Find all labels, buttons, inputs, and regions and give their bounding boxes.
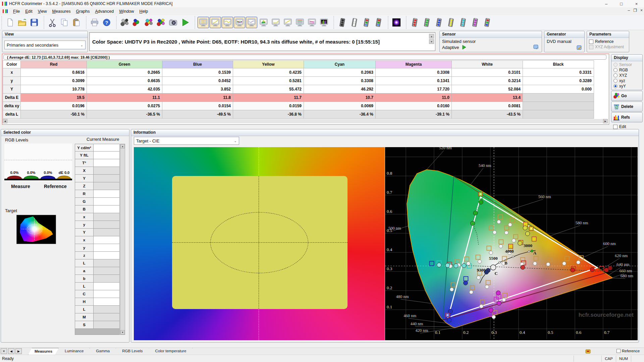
run-measure-icon[interactable] [179, 17, 191, 28]
tab-rgb-levels[interactable]: RGB Levels [116, 348, 149, 354]
film-green-icon[interactable] [421, 17, 432, 28]
view-gamma2-icon[interactable] [282, 17, 293, 28]
sensor-config-icon[interactable] [533, 45, 539, 50]
view-saturation-icon[interactable] [306, 17, 318, 28]
film-dark-icon[interactable] [336, 17, 348, 28]
tab-prev-icon[interactable]: ◀ [8, 348, 14, 354]
view-dropdown[interactable]: Primaries and secondaries⌄ [4, 41, 86, 49]
mdi-window-controls[interactable]: –❐× [628, 8, 643, 13]
delete-button-label: Delete [621, 104, 633, 109]
column-header-green: Green [87, 60, 162, 68]
view-luminance-icon[interactable] [210, 17, 221, 28]
radio-xyy[interactable] [613, 84, 618, 88]
menu-measures[interactable]: Measures [50, 8, 73, 15]
open-folder-icon[interactable] [16, 17, 28, 28]
parameters-panel-title: Parameters [587, 31, 629, 38]
tab-color-temperature[interactable]: Color temperature [149, 348, 193, 354]
paste-icon[interactable] [71, 17, 82, 28]
view-rgb-levels-icon[interactable] [234, 17, 245, 28]
film-cyan-icon[interactable] [457, 17, 469, 28]
parameters-panel: Parameters Reference XYZ Adjustment [587, 31, 629, 52]
current-measure-row-value [94, 144, 120, 152]
film-yellow-icon[interactable] [445, 17, 457, 28]
bottom-reference-checkbox[interactable] [616, 349, 621, 353]
copy-icon[interactable] [59, 17, 70, 28]
radio-xyz-lower[interactable] [613, 79, 618, 83]
tab-luminance[interactable]: Luminance [59, 348, 90, 354]
measure-cell: 0.3289 [523, 77, 594, 85]
film-blue-icon[interactable] [433, 17, 444, 28]
measure-all-colors-icon[interactable] [155, 17, 167, 28]
film-red-icon[interactable] [409, 17, 420, 28]
information-dropdown[interactable]: Target - CIE⌄ [134, 137, 239, 145]
view-measures-grid-icon[interactable] [198, 17, 209, 28]
menu-file[interactable]: File [10, 8, 22, 15]
measure-label: Measure [11, 184, 30, 189]
measure-cell: 10.7 [304, 94, 376, 102]
svg-text:580 nm: 580 nm [576, 221, 588, 225]
save-icon[interactable] [29, 17, 40, 28]
generator-config-icon[interactable] [577, 45, 583, 51]
cut-icon[interactable] [47, 17, 58, 28]
print-icon[interactable] [89, 17, 100, 28]
sensor-run-icon[interactable] [462, 45, 467, 50]
info-scroll-up[interactable]: ▲ [429, 34, 434, 39]
xyz-adjustment-checkbox[interactable] [589, 45, 593, 49]
tab-next-icon[interactable]: ▶ [15, 348, 22, 354]
tab-close-icon[interactable]: ✕ [1, 348, 7, 354]
film-measure-rgb-icon[interactable] [373, 17, 384, 28]
menu-window[interactable]: Window [116, 8, 137, 15]
scroll-down-icon[interactable]: ▼ [120, 330, 125, 335]
delete-button[interactable]: Delete [611, 102, 643, 112]
measure-primaries-icon[interactable] [131, 17, 143, 28]
minimize-button[interactable]: – [599, 0, 614, 7]
current-measure-scrollbar[interactable]: ▲ ▼ [120, 144, 125, 335]
menu-advanced[interactable]: Advanced [93, 8, 117, 15]
scroll-right-icon[interactable]: ▶ [603, 119, 608, 123]
help-icon[interactable]: ? [101, 17, 112, 28]
new-document-icon[interactable] [4, 17, 16, 28]
view-multi-curves-icon[interactable] [294, 17, 306, 28]
refs-bars-icon [613, 114, 620, 121]
film-light-icon[interactable] [348, 17, 360, 28]
info-scroll-down[interactable]: ▼ [429, 39, 434, 44]
svg-text:680 nm: 680 nm [621, 274, 633, 278]
radio-xyz-upper[interactable] [613, 73, 618, 77]
plasma-icon[interactable] [391, 17, 402, 28]
measure-secondaries-icon[interactable] [143, 17, 155, 28]
radio-sensor[interactable] [613, 63, 618, 67]
edit-checkbox[interactable] [613, 125, 618, 129]
current-measure-row-label: b [75, 275, 94, 283]
refs-button[interactable]: Refs [611, 112, 643, 122]
menu-view[interactable]: View [35, 8, 50, 15]
menu-edit[interactable]: Edit [22, 8, 35, 15]
measure-grayscale-icon[interactable] [119, 17, 130, 28]
view-gamma-icon[interactable] [222, 17, 233, 28]
generator-status-icon [585, 349, 591, 354]
reference-checkbox[interactable] [589, 40, 593, 44]
tab-gamma[interactable]: Gamma [90, 348, 116, 354]
tab-measures[interactable]: Measures [28, 348, 59, 355]
maximize-button[interactable]: □ [614, 0, 629, 7]
measure-cell: -36.8 % [233, 110, 304, 119]
go-button[interactable]: Go [611, 91, 643, 101]
title-bar: HCFR Colorimeter - 3.5.4.2 - [SAMSUNG 65… [0, 0, 644, 8]
film-measure-rg-icon[interactable] [361, 17, 372, 28]
measures-hscrollbar[interactable]: ◀ ▶ [3, 119, 608, 123]
view-luminance-log-icon[interactable] [270, 17, 281, 28]
film-rgb-icon[interactable] [481, 17, 493, 28]
measure-cell: 11.1 [87, 94, 162, 102]
scroll-left-icon[interactable]: ◀ [3, 119, 7, 123]
view-histogram-icon[interactable] [318, 17, 330, 28]
scroll-up-icon[interactable]: ▲ [120, 144, 125, 148]
radio-rgb[interactable] [613, 68, 618, 72]
view-color-temperature-icon[interactable] [246, 17, 257, 28]
menu-help[interactable]: Help [137, 8, 151, 15]
view-cie-diagram-icon[interactable] [258, 17, 269, 28]
average-de-line: ( Average dE: 12.73 [11.40,3.72,2.69] ma… [3, 55, 606, 60]
close-button[interactable]: × [629, 0, 644, 7]
snapshot-camera-icon[interactable] [167, 17, 179, 28]
svg-text:0.1: 0.1 [387, 304, 392, 309]
menu-graphs[interactable]: Graphs [73, 8, 93, 15]
film-magenta-icon[interactable] [469, 17, 481, 28]
